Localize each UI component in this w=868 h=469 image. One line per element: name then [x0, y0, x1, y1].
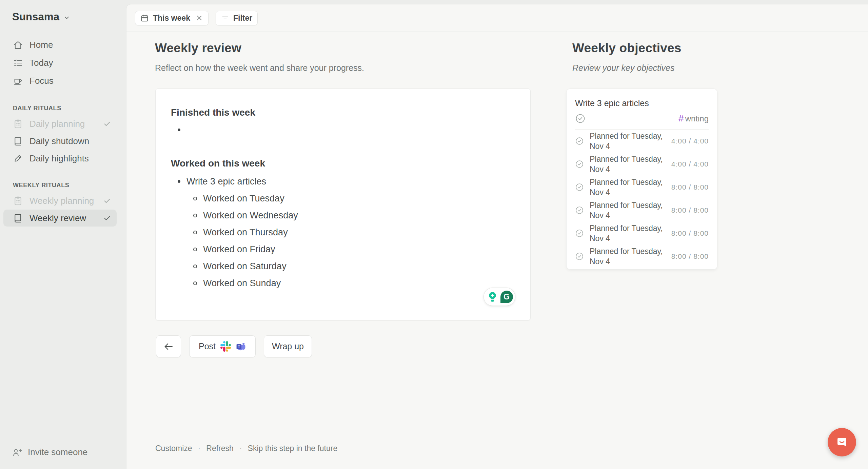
checklist-icon — [13, 58, 23, 68]
objective-task-row[interactable]: Planned for Tuesday, Nov 4 4:00 / 4:00 — [575, 130, 709, 153]
refresh-link[interactable]: Refresh — [206, 444, 234, 453]
circle-check-icon[interactable] — [575, 252, 584, 261]
chevron-down-icon — [63, 14, 70, 21]
circle-check-icon[interactable] — [575, 229, 584, 238]
person-plus-icon — [12, 447, 22, 457]
invite-someone-button[interactable]: Invite someone — [12, 447, 87, 457]
arrow-left-icon — [163, 341, 174, 352]
checkmark-icon — [103, 214, 111, 222]
list-item-label: Write 3 epic articles — [186, 176, 266, 187]
objective-card-header-row: # writing — [575, 113, 709, 124]
skip-step-link[interactable]: Skip this step in the future — [248, 444, 338, 453]
list-item-label: Worked on Tuesday — [203, 193, 284, 204]
sidebar-item-weekly-review[interactable]: Weekly review — [3, 210, 117, 227]
task-label: Planned for Tuesday, Nov 4 — [590, 223, 671, 243]
book-icon — [13, 136, 23, 146]
bullet-circle — [193, 197, 197, 200]
list-item: Worked on Thursday — [171, 224, 515, 241]
channel-tag: # writing — [678, 113, 709, 124]
sidebar-item-daily-planning[interactable]: Daily planning — [3, 115, 117, 132]
dot-separator: · — [198, 444, 201, 453]
sidebar: Sunsama Home Today Focus DAILY RITUALS — [0, 0, 126, 469]
weekly-review-editor[interactable]: Finished this week Worked on this week W… — [155, 89, 531, 320]
filter-button[interactable]: Filter — [216, 11, 258, 25]
invite-someone-label: Invite someone — [28, 447, 87, 457]
list-item-label: Worked on Thursday — [203, 227, 288, 238]
filter-icon — [221, 14, 229, 22]
sidebar-item-label: Daily highlights — [29, 153, 89, 164]
customize-link[interactable]: Customize — [155, 444, 192, 453]
sidebar-item-label: Weekly review — [29, 213, 86, 223]
this-week-chip-label: This week — [153, 14, 190, 23]
book-icon — [13, 213, 23, 223]
task-time: 8:00 / 8:00 — [671, 229, 709, 237]
list-item-label: Worked on Wednesday — [203, 210, 298, 221]
task-label: Planned for Tuesday, Nov 4 — [590, 246, 671, 267]
list-item: Worked on Wednesday — [171, 207, 515, 224]
highlighter-icon — [13, 153, 23, 163]
circle-check-icon[interactable] — [575, 137, 584, 145]
list-item: Write 3 epic articles — [171, 173, 515, 190]
task-time: 8:00 / 8:00 — [671, 252, 709, 260]
list-item-label: Worked on Saturday — [203, 261, 287, 272]
weekly-review-title: Weekly review — [155, 41, 241, 55]
circle-check-icon[interactable] — [575, 206, 584, 215]
objective-card-title: Write 3 epic articles — [575, 98, 709, 108]
wrap-up-button[interactable]: Wrap up — [264, 335, 312, 357]
objective-task-row[interactable]: Planned for Tuesday, Nov 4 8:00 / 8:00 — [575, 245, 709, 268]
brand-label: Sunsama — [12, 11, 59, 23]
dot-separator: · — [239, 444, 242, 453]
sidebar-nav: Home Today Focus — [0, 36, 126, 90]
bullet-disc — [178, 129, 180, 131]
weekly-review-subtitle: Reflect on how the week went and share y… — [155, 63, 364, 73]
home-icon — [13, 40, 23, 50]
sidebar-item-daily-highlights[interactable]: Daily highlights — [3, 150, 117, 167]
grammarly-widget[interactable]: G — [484, 288, 515, 306]
bullet-disc — [178, 180, 180, 183]
circle-check-icon[interactable] — [575, 113, 586, 124]
bullet-circle — [193, 281, 197, 285]
circle-check-icon[interactable] — [575, 183, 584, 192]
back-button[interactable] — [156, 335, 181, 357]
grammarly-suggestion-bulb-icon[interactable] — [486, 291, 499, 303]
sidebar-item-today[interactable]: Today — [0, 54, 126, 72]
sidebar-item-home[interactable]: Home — [0, 36, 126, 54]
ritual-footer-links: Customize · Refresh · Skip this step in … — [155, 444, 337, 453]
task-time: 8:00 / 8:00 — [671, 206, 709, 214]
topbar: This week Filter — [126, 4, 868, 32]
task-time: 8:00 / 8:00 — [671, 183, 709, 191]
sidebar-item-focus[interactable]: Focus — [0, 72, 126, 90]
objective-task-row[interactable]: Planned for Tuesday, Nov 4 4:00 / 4:00 — [575, 153, 709, 176]
weekly-rituals-section-title: WEEKLY RITUALS — [13, 182, 126, 189]
workspace-switcher[interactable]: Sunsama — [12, 11, 126, 23]
list-item: Worked on Friday — [171, 241, 515, 258]
hashtag-icon: # — [678, 113, 684, 124]
sidebar-item-daily-shutdown[interactable]: Daily shutdown — [3, 133, 117, 150]
empty-bullet-item — [171, 124, 515, 136]
calendar-icon — [140, 14, 149, 22]
post-button[interactable]: Post T — [189, 335, 256, 357]
coffee-cup-icon — [13, 76, 23, 86]
review-actions: Post T Wrap up — [156, 335, 312, 357]
sidebar-item-label: Daily planning — [29, 119, 85, 129]
list-item: Worked on Tuesday — [171, 190, 515, 207]
weekly-objectives-title: Weekly objectives — [572, 41, 682, 55]
filter-button-label: Filter — [233, 14, 252, 23]
grammarly-logo-icon[interactable]: G — [500, 291, 513, 303]
intercom-chat-button[interactable] — [828, 428, 856, 456]
wrap-up-button-label: Wrap up — [272, 341, 304, 351]
sidebar-item-label: Today — [29, 58, 53, 68]
objective-task-row[interactable]: Planned for Tuesday, Nov 4 8:00 / 8:00 — [575, 176, 709, 199]
objective-card: Write 3 epic articles # writing Planned … — [566, 89, 717, 270]
list-item-label: Worked on Sunday — [203, 278, 281, 289]
sidebar-item-weekly-planning[interactable]: Weekly planning — [3, 192, 117, 209]
ms-teams-icon: T — [236, 341, 246, 352]
close-icon[interactable] — [196, 14, 203, 22]
sidebar-item-label: Daily shutdown — [29, 136, 89, 146]
this-week-filter-chip[interactable]: This week — [135, 11, 209, 25]
list-item: Worked on Saturday — [171, 258, 515, 275]
objective-task-row[interactable]: Planned for Tuesday, Nov 4 8:00 / 8:00 — [575, 222, 709, 245]
objective-task-row[interactable]: Planned for Tuesday, Nov 4 8:00 / 8:00 — [575, 199, 709, 222]
circle-check-icon[interactable] — [575, 160, 584, 169]
bullet-circle — [193, 214, 197, 217]
